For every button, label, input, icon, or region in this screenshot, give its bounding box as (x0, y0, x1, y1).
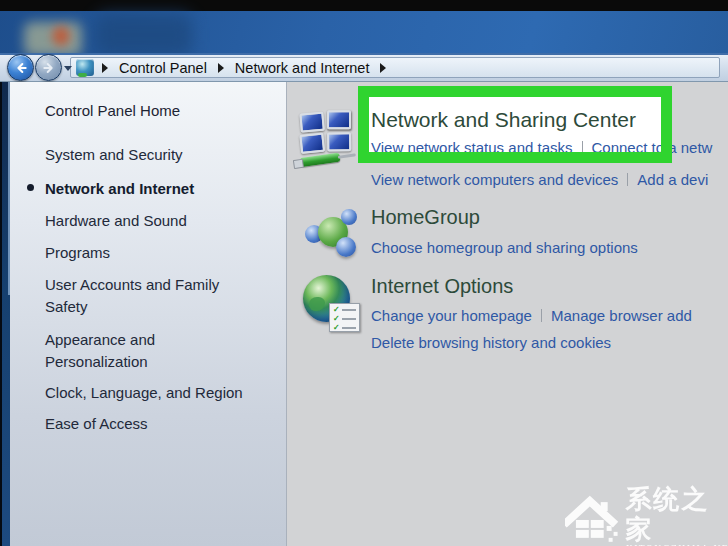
check-glyph: ✓ (333, 325, 340, 331)
monitor-glyph (327, 110, 351, 129)
link-connect-to-network[interactable]: Connect to a netw (592, 139, 713, 156)
breadcrumb-item-network-and-internet[interactable]: Network and Internet (235, 60, 370, 76)
homegroup-title[interactable]: HomeGroup (371, 206, 480, 229)
sphere-glyph (336, 237, 356, 257)
monitor-glyph (327, 132, 351, 151)
ethernet-cable-glyph (300, 153, 341, 167)
check-glyph: ✓ (333, 307, 340, 313)
link-view-network-computers[interactable]: View network computers and devices (371, 171, 618, 188)
monitor-glyph (299, 112, 325, 133)
forward-arrow-icon (41, 60, 57, 76)
link-delete-browsing-history[interactable]: Delete browsing history and cookies (371, 334, 611, 351)
sidebar-item-hardware-and-sound[interactable]: Hardware and Sound (45, 210, 187, 232)
sphere-glyph (341, 209, 357, 225)
active-item-bullet-icon (27, 184, 34, 191)
back-arrow-icon (13, 60, 29, 76)
check-glyph: ✓ (333, 316, 340, 322)
back-button[interactable] (7, 54, 34, 81)
network-sharing-links-row1: View network status and tasks Connect to… (371, 139, 712, 156)
control-panel-icon (76, 59, 94, 76)
internet-options-links-row1: Change your homepage Manage browser add (371, 307, 692, 324)
breadcrumb-item-control-panel[interactable]: Control Panel (119, 60, 207, 76)
link-choose-homegroup[interactable]: Choose homegroup and sharing options (371, 239, 638, 256)
watermark-house-icon (565, 494, 621, 544)
link-view-network-status[interactable]: View network status and tasks (371, 139, 573, 156)
checklist-glyph: ✓ ✓ ✓ (329, 303, 360, 332)
internet-options-links-row2: Delete browsing history and cookies (371, 334, 611, 351)
link-change-homepage[interactable]: Change your homepage (371, 307, 532, 324)
sidebar-item-clock-language-region[interactable]: Clock, Language, and Region (45, 382, 243, 404)
network-sharing-center-title[interactable]: Network and Sharing Center (371, 108, 636, 132)
sidebar-item-appearance[interactable]: Appearance and Personalization (45, 329, 217, 373)
sidebar-item-control-panel-home[interactable]: Control Panel Home (45, 100, 180, 122)
desktop-icon-blurred-2 (96, 14, 192, 56)
window-left-border (0, 82, 10, 546)
sidebar-item-programs[interactable]: Programs (45, 242, 110, 264)
link-separator (627, 173, 628, 186)
sidebar-item-ease-of-access[interactable]: Ease of Access (45, 413, 148, 435)
homegroup-icon (305, 208, 359, 262)
breadcrumb-arrow-icon[interactable] (218, 63, 224, 73)
internet-options-icon: ✓ ✓ ✓ (303, 273, 363, 335)
link-add-device[interactable]: Add a devi (637, 171, 708, 188)
breadcrumb-arrow-icon[interactable] (380, 63, 386, 73)
screen: Control Panel Network and Internet Contr… (0, 0, 728, 546)
internet-options-title[interactable]: Internet Options (371, 275, 513, 298)
forward-button[interactable] (35, 54, 62, 81)
sidebar-item-system-and-security[interactable]: System and Security (45, 144, 183, 166)
watermark: 系统之家 XITONGZHIJIA.NET (565, 484, 728, 546)
breadcrumb-arrow-icon[interactable] (102, 63, 108, 73)
network-sharing-center-icon (296, 109, 357, 170)
link-manage-browser-addons[interactable]: Manage browser add (551, 307, 692, 324)
top-letterbox-bar (0, 0, 728, 11)
link-separator (541, 309, 542, 322)
recent-pages-chevron-icon[interactable] (64, 66, 72, 71)
sidebar-item-user-accounts[interactable]: User Accounts and Family Safety (45, 274, 257, 318)
desktop-icon-blurred-dot (52, 26, 70, 46)
homegroup-links-row: Choose homegroup and sharing options (371, 239, 638, 256)
breadcrumb: Control Panel Network and Internet (102, 53, 386, 82)
network-sharing-links-row2: View network computers and devices Add a… (371, 171, 708, 188)
watermark-title: 系统之家 (626, 484, 728, 544)
monitor-glyph (299, 133, 325, 154)
sidebar-item-network-and-internet[interactable]: Network and Internet (45, 178, 194, 200)
link-separator (582, 141, 583, 154)
